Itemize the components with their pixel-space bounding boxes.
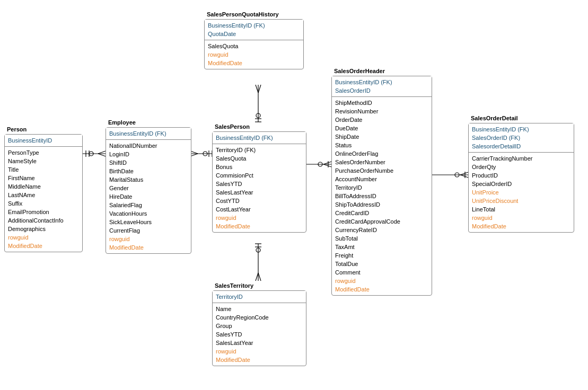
entity-salesterritory-pk: TerritoryID — [213, 291, 306, 303]
field: SickLeaveHours — [109, 218, 188, 226]
field: LoginID — [109, 150, 188, 158]
entity-person-pk: BusinessEntityID — [5, 135, 82, 147]
field: SalesYTD — [216, 180, 303, 188]
svg-line-8 — [190, 154, 198, 156]
entity-salespersonquotahistory: SalesPersonQuotaHistory BusinessEntityID… — [204, 19, 304, 69]
entity-salesorderheader-pk: BusinessEntityID (FK) SalesOrderID — [332, 76, 432, 97]
field: VacationHours — [109, 209, 188, 218]
entity-employee-fields: NationalIDNumber LoginID ShiftID BirthDa… — [106, 140, 191, 253]
entity-salesorderheader: SalesOrderHeader BusinessEntityID (FK) S… — [331, 76, 432, 296]
field: Suffix — [8, 199, 79, 208]
field: TotalDue — [335, 260, 428, 268]
field: BirthDate — [109, 167, 188, 175]
field: BillToAddressID — [335, 192, 428, 200]
entity-salesorderheader-title: SalesOrderHeader — [332, 67, 387, 76]
field: rowguid — [208, 50, 300, 59]
svg-point-11 — [203, 152, 207, 156]
entity-person: Person BusinessEntityID PersonType NameS… — [4, 134, 83, 252]
field: ModifiedDate — [216, 356, 303, 364]
field: NationalIDNumber — [109, 141, 188, 150]
field: SalesLastYear — [216, 339, 303, 347]
field: SalesYTD — [216, 330, 303, 339]
svg-line-1 — [98, 151, 106, 154]
entity-salesorderdetail-fields: CarrierTrackingNumber OrderQty ProductID… — [469, 153, 574, 232]
entity-salesperson-pk: BusinessEntityID (FK) — [213, 132, 306, 144]
field: CountryRegionCode — [216, 313, 303, 322]
field: BusinessEntityID (FK) — [109, 129, 188, 138]
svg-point-33 — [455, 173, 459, 177]
field: TaxAmt — [335, 243, 428, 251]
entity-employee: Employee BusinessEntityID (FK) NationalI… — [106, 127, 191, 254]
field: RevisionNumber — [335, 107, 428, 116]
field: OnlineOrderFlag — [335, 149, 428, 158]
field: ModifiedDate — [8, 242, 79, 250]
entity-salesperson-fields: TerritoryID (FK) SalesQuota Bonus Commis… — [213, 144, 306, 232]
diagram-canvas: Person BusinessEntityID PersonType NameS… — [0, 0, 588, 390]
field: PurchaseOrderNumbe — [335, 166, 428, 175]
entity-salesterritory-title: SalesTerritory — [213, 281, 256, 291]
field: BusinessEntityID (FK) — [335, 78, 428, 86]
field: Comment — [335, 268, 428, 277]
field: AccountNumber — [335, 175, 428, 183]
field: LastNAme — [8, 191, 79, 199]
svg-line-20 — [258, 273, 261, 281]
field: ShipToAddressID — [335, 200, 428, 209]
field: DueDate — [335, 124, 428, 132]
entity-salesterritory: SalesTerritory TerritoryID Name CountryR… — [212, 290, 306, 366]
field: AdditionalContactInfo — [8, 216, 79, 225]
field: PersonType — [8, 148, 79, 157]
field: BusinessEntityID (FK) — [216, 134, 303, 142]
field: ModifiedDate — [472, 222, 571, 231]
entity-salesperson-title: SalesPerson — [213, 122, 252, 132]
field: CostYTD — [216, 197, 303, 205]
field: SalesQuota — [208, 42, 300, 50]
entity-person-title: Person — [5, 125, 29, 135]
field: BusinessEntityID (FK) — [472, 125, 571, 134]
field: BusinessEntityID — [8, 136, 79, 145]
field: Gender — [109, 184, 188, 192]
entity-salesperson: SalesPerson BusinessEntityID (FK) Territ… — [212, 131, 306, 233]
field: EmailPromotion — [8, 208, 79, 216]
field: ShipMethodID — [335, 99, 428, 107]
field: SalariedFlag — [109, 201, 188, 209]
field: rowguid — [109, 235, 188, 243]
svg-line-19 — [256, 273, 258, 281]
field: UnitPriceDiscount — [472, 197, 571, 205]
field: UnitProice — [472, 188, 571, 197]
field: rowguid — [216, 347, 303, 356]
field: HireDate — [109, 192, 188, 201]
field: Demographics — [8, 225, 79, 233]
svg-line-31 — [460, 175, 468, 178]
field: TerritoryID (FK) — [216, 146, 303, 154]
svg-line-2 — [98, 154, 106, 156]
entity-salesorderdetail-title: SalesOrderDetail — [469, 114, 520, 123]
field: CarrierTrackingNumber — [472, 154, 571, 163]
field: LineTotal — [472, 205, 571, 214]
field: SubTotal — [335, 234, 428, 243]
field: FirstName — [8, 174, 79, 182]
field: rowguid — [8, 233, 79, 242]
entity-salespersonquotahistory-title: SalesPersonQuotaHistory — [205, 10, 281, 20]
entity-employee-title: Employee — [106, 118, 138, 128]
svg-line-26 — [323, 164, 331, 167]
entity-person-fields: PersonType NameStyle Title FirstName Mid… — [5, 147, 82, 252]
field: ModifiedDate — [109, 243, 188, 252]
field: MiddleName — [8, 182, 79, 191]
field: SpecialOrderID — [472, 180, 571, 188]
svg-line-14 — [258, 85, 261, 93]
field: Status — [335, 141, 428, 149]
field: rowguid — [472, 214, 571, 222]
entity-salesterritory-fields: Name CountryRegionCode Group SalesYTD Sa… — [213, 303, 306, 366]
field: TerritoryID — [335, 183, 428, 192]
field: Freight — [335, 251, 428, 260]
svg-line-30 — [460, 172, 468, 175]
field: CreditCardApprovalCode — [335, 217, 428, 226]
field: CommisionPct — [216, 171, 303, 180]
field: Title — [8, 165, 79, 174]
field: SalesOrderID — [335, 86, 428, 95]
svg-line-25 — [323, 162, 331, 164]
svg-line-7 — [190, 151, 198, 154]
svg-point-28 — [318, 162, 322, 166]
entity-salespersonquotahistory-pk: BusinessEntityID (FK) QuotaDate — [205, 20, 303, 40]
svg-point-5 — [89, 152, 93, 156]
